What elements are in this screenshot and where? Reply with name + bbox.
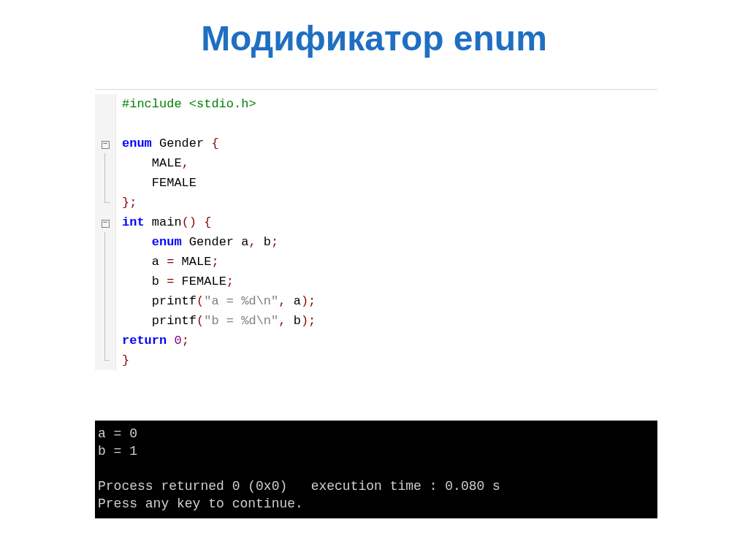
console-output: a = 0 b = 1 Process returned 0 (0x0) exe… [95,421,657,518]
code-line: }; [95,193,657,212]
console-line: b = 1 [98,442,654,460]
code-line: return 0; [95,331,657,350]
code-line: MALE, [95,153,657,173]
code-line: #include <stdio.h> [95,94,657,114]
code-line: printf("a = %d\n", a); [95,291,657,311]
code-line: } [95,350,657,370]
code-line: printf("b = %d\n", b); [95,311,657,331]
code-line: − int main() { [95,212,657,232]
console-line: a = 0 [98,425,654,442]
code-line: b = FEMALE; [95,272,657,291]
code-line: enum Gender a, b; [95,232,657,252]
code-line: FEMALE [95,173,657,193]
code-line: − enum Gender { [95,134,657,153]
console-line: Press any key to continue. [98,495,654,513]
fold-minus-icon[interactable]: − [102,220,110,228]
code-editor: #include <stdio.h> − enum Gender { MALE,… [95,89,657,370]
code-line [95,114,657,134]
console-line [98,460,654,477]
code-line: a = MALE; [95,252,657,272]
page-title: Модификатор enum [0,18,748,58]
fold-minus-icon[interactable]: − [102,141,110,149]
console-line: Process returned 0 (0x0) execution time … [98,477,654,495]
